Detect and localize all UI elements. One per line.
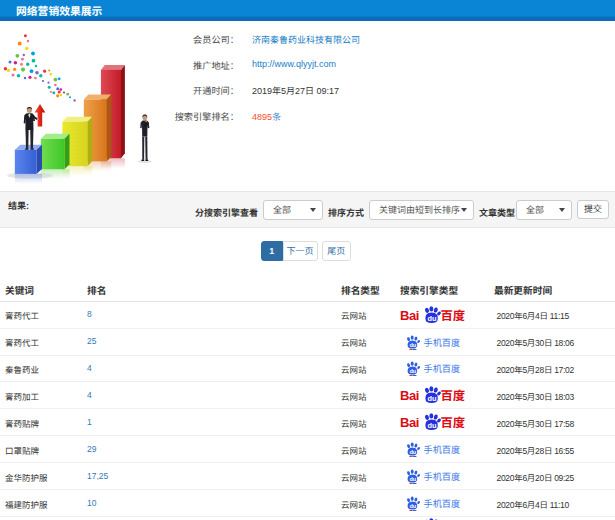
svg-text:手机百度: 手机百度: [424, 499, 461, 509]
svg-text:手机百度: 手机百度: [424, 338, 461, 348]
svg-text:百度: 百度: [441, 389, 466, 403]
svg-text:手机百度: 手机百度: [424, 445, 461, 455]
svg-text:du: du: [427, 421, 437, 430]
svg-text:百度: 百度: [441, 416, 466, 430]
svg-text:手机百度: 手机百度: [424, 472, 461, 482]
svg-text:du: du: [427, 394, 437, 403]
svg-text:Bai: Bai: [400, 388, 419, 403]
svg-text:Bai: Bai: [400, 307, 419, 322]
svg-text:du: du: [409, 503, 416, 509]
svg-text:du: du: [409, 342, 416, 348]
svg-text:du: du: [409, 449, 416, 455]
svg-text:百度: 百度: [441, 309, 466, 323]
svg-text:du: du: [409, 476, 416, 482]
svg-text:du: du: [409, 368, 416, 374]
svg-text:Bai: Bai: [400, 415, 419, 430]
svg-text:du: du: [427, 314, 437, 323]
svg-text:手机百度: 手机百度: [424, 365, 461, 375]
